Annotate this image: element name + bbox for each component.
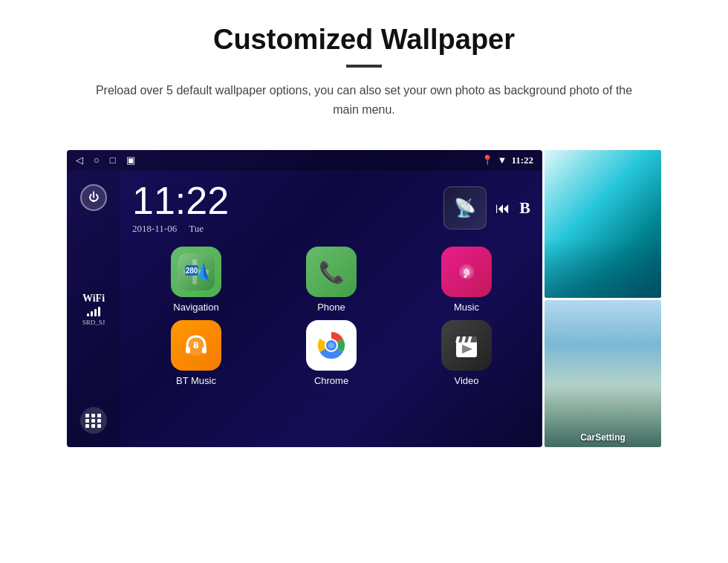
chrome-app-icon	[306, 320, 357, 371]
app-item-bt-music[interactable]: Ƀ BT Music	[132, 320, 260, 386]
apps-dot	[91, 414, 95, 417]
media-icons: 📡 ⏮ B	[443, 186, 530, 230]
main-area: 11:22 2018-11-06 Tue 📡 ⏮ B	[120, 171, 542, 447]
app-item-navigation[interactable]: 280 Navigation	[132, 247, 260, 313]
apps-dot	[85, 419, 89, 423]
wifi-signal-icon: 📡	[454, 198, 476, 218]
music-app-icon: ♪	[441, 247, 492, 297]
video-app-label: Video	[454, 375, 478, 386]
apps-dot	[91, 424, 95, 428]
bridge-visual	[545, 300, 661, 448]
carsetting-label: CarSetting	[545, 432, 661, 443]
clock-date-value: 2018-11-06	[132, 223, 177, 235]
navigation-app-icon: 280	[171, 247, 221, 297]
svg-text:📞: 📞	[319, 260, 345, 284]
bt-music-app-icon: Ƀ	[171, 320, 221, 371]
header-section: Customized Wallpaper Preload over 5 defa…	[0, 0, 728, 134]
navigation-app-label: Navigation	[173, 302, 218, 313]
apps-dot	[91, 419, 95, 423]
page-title: Customized Wallpaper	[45, 24, 683, 56]
bluetooth-text-icon: B	[519, 198, 530, 218]
chrome-app-label: Chrome	[314, 375, 348, 386]
apps-dot	[85, 414, 89, 417]
power-button[interactable]: ⏻	[80, 184, 107, 211]
apps-dots-grid	[85, 414, 102, 428]
apps-dot	[97, 414, 101, 417]
phone-app-label: Phone	[317, 302, 345, 313]
svg-rect-15	[202, 347, 207, 354]
app-item-chrome[interactable]: Chrome	[267, 320, 395, 386]
wifi-bar-3	[94, 309, 97, 316]
svg-rect-14	[186, 347, 190, 354]
wallpaper-panels: CarSetting	[545, 150, 661, 447]
wallpaper-glacier-panel[interactable]	[545, 150, 661, 298]
wifi-bar-4	[98, 307, 100, 316]
clock-block: 11:22 2018-11-06 Tue	[132, 181, 432, 235]
clock-date: 2018-11-06 Tue	[132, 223, 432, 235]
screen-content: ⏻ WiFi SRD_SJ	[67, 171, 542, 447]
android-screen: ◁ ○ □ ▣ 📍 ▼ 11:22 ⏻ WiFi	[67, 150, 542, 447]
title-divider	[346, 65, 382, 68]
left-sidebar: ⏻ WiFi SRD_SJ	[67, 171, 120, 447]
wifi-ssid: SRD_SJ	[82, 319, 105, 326]
app-grid: 280 Navigation 📞	[120, 242, 542, 395]
app-item-video[interactable]: Video	[403, 320, 530, 386]
svg-text:Ƀ: Ƀ	[193, 341, 199, 350]
apps-dot	[97, 424, 101, 428]
video-app-icon	[441, 320, 492, 371]
recents-nav-icon[interactable]: □	[110, 154, 116, 166]
clock-section: 11:22 2018-11-06 Tue 📡 ⏮ B	[120, 171, 542, 242]
home-nav-icon[interactable]: ○	[94, 154, 100, 166]
wifi-section: WiFi SRD_SJ	[82, 293, 105, 326]
wifi-bar-2	[91, 311, 93, 316]
power-icon: ⏻	[88, 192, 99, 204]
android-container: ◁ ○ □ ▣ 📍 ▼ 11:22 ⏻ WiFi	[67, 150, 661, 447]
apps-dot	[97, 419, 101, 423]
screenshot-icon[interactable]: ▣	[126, 154, 135, 166]
phone-app-icon: 📞	[306, 247, 357, 297]
app-item-phone[interactable]: 📞 Phone	[267, 247, 395, 313]
svg-point-19	[328, 342, 334, 348]
status-bar: ◁ ○ □ ▣ 📍 ▼ 11:22	[67, 150, 542, 171]
page-subtitle: Preload over 5 default wallpaper options…	[82, 81, 646, 119]
wifi-bar-1	[87, 313, 89, 316]
back-nav-icon[interactable]: ◁	[76, 154, 83, 166]
apps-dot	[85, 424, 89, 428]
wallpaper-bridge-panel[interactable]: CarSetting	[545, 300, 661, 448]
svg-text:♪: ♪	[463, 263, 471, 282]
status-bar-left: ◁ ○ □ ▣	[76, 154, 135, 166]
status-bar-right: 📍 ▼ 11:22	[481, 154, 534, 166]
clock-time: 11:22	[132, 181, 432, 220]
app-item-music[interactable]: ♪ Music	[403, 247, 530, 313]
apps-grid-button[interactable]	[80, 407, 107, 434]
clock-day-value: Tue	[189, 223, 204, 235]
location-icon: 📍	[481, 154, 493, 166]
media-app-icon[interactable]: 📡	[443, 186, 487, 230]
status-time: 11:22	[511, 154, 533, 166]
glacier-visual	[545, 150, 661, 298]
wifi-label: WiFi	[82, 293, 105, 305]
prev-track-icon[interactable]: ⏮	[495, 200, 510, 217]
music-app-label: Music	[454, 302, 479, 313]
svg-text:280: 280	[186, 267, 198, 275]
wifi-bars	[82, 306, 105, 316]
signal-icon: ▼	[498, 154, 507, 166]
bt-music-app-label: BT Music	[176, 375, 216, 386]
